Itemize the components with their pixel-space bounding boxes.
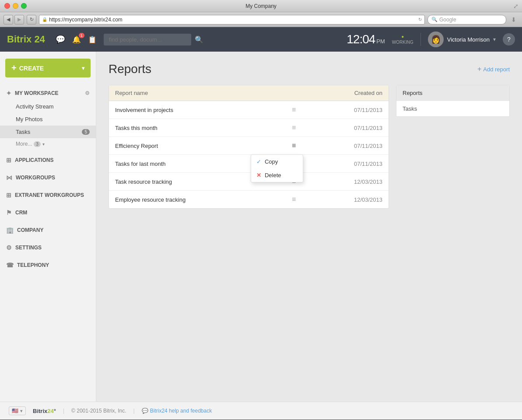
- working-status[interactable]: ● WORKING: [392, 34, 413, 45]
- report-date-cell: 12/03/2013: [301, 191, 389, 209]
- row-menu-icon[interactable]: ≡: [292, 106, 295, 113]
- report-date-cell: 12/03/2013: [301, 173, 389, 191]
- add-report-link[interactable]: + Add report: [477, 65, 510, 73]
- sidebar-item-my-workspace[interactable]: ✦ MY WORKSPACE ⚙: [0, 86, 96, 100]
- right-panel-item[interactable]: Reports: [396, 85, 509, 101]
- user-chevron-icon: ▾: [493, 36, 496, 42]
- sidebar-item-workgroups[interactable]: ⋈ WORKGROUPS: [0, 171, 96, 185]
- footer: 🇺🇸 ▾ Bitrix24° | © 2001-2015 Bitrix, Inc…: [0, 402, 522, 420]
- row-menu-icon[interactable]: ≡: [292, 196, 295, 203]
- more-chevron-icon: ▾: [42, 142, 45, 147]
- notification-badge: 1: [79, 33, 84, 38]
- url-text: https://mycompany.bitrix24.com: [49, 17, 123, 23]
- right-panel: ReportsTasks: [396, 85, 510, 209]
- sidebar-item-settings[interactable]: ⚙ SETTINGS: [0, 241, 96, 255]
- copy-icon: ✓: [256, 158, 261, 165]
- add-report-icon: +: [477, 65, 481, 73]
- copy-menu-item[interactable]: ✓Copy: [251, 155, 303, 168]
- col-created-on: Created on: [301, 85, 389, 101]
- tasks-count-badge: 5: [82, 129, 90, 135]
- refresh-button[interactable]: ↻: [27, 15, 36, 24]
- workspace-gear-icon[interactable]: ⚙: [85, 90, 90, 96]
- table-row[interactable]: Tasks for last month≡07/11/2013: [109, 155, 389, 173]
- page-title: Reports: [109, 62, 151, 76]
- download-icon[interactable]: ⬇: [509, 15, 518, 24]
- forward-button[interactable]: ▶: [14, 15, 24, 24]
- settings-icon: ⚙: [6, 244, 12, 251]
- user-name: Victoria Morrison: [447, 36, 490, 43]
- sidebar-item-activity-stream[interactable]: Activity Stream: [0, 100, 96, 113]
- chat-icon: 💬: [142, 408, 148, 414]
- avatar: 👩: [428, 32, 444, 47]
- create-chevron-icon: ▾: [82, 65, 84, 71]
- report-menu-cell[interactable]: ≡: [286, 101, 301, 119]
- sidebar-item-applications[interactable]: ⊞ APPLICATIONS: [0, 153, 96, 167]
- table-row[interactable]: Involvement in projects≡07/11/2013: [109, 101, 389, 119]
- context-menu: ✓Copy✕Delete: [251, 154, 303, 182]
- user-menu[interactable]: 👩 Victoria Morrison ▾: [428, 32, 496, 47]
- url-bar[interactable]: 🔒 https://mycompany.bitrix24.com ↻: [39, 15, 425, 24]
- create-plus-icon: +: [11, 63, 17, 73]
- table-row[interactable]: Task resource tracking≡12/03/2013: [109, 173, 389, 191]
- table-row[interactable]: Efficiency Report≡✓Copy✕Delete07/11/2013: [109, 137, 389, 155]
- report-name-cell[interactable]: Tasks this month: [109, 119, 286, 137]
- company-icon: 🏢: [6, 227, 14, 234]
- sidebar-item-my-photos[interactable]: My Photos: [0, 113, 96, 126]
- search-input[interactable]: [104, 34, 191, 46]
- minimize-btn[interactable]: [13, 3, 18, 9]
- table-row[interactable]: Employee resource tracking≡12/03/2013: [109, 191, 389, 209]
- clock-period: PM: [376, 38, 385, 45]
- footer-logo: Bitrix24°: [33, 408, 56, 414]
- notifications-icon[interactable]: 🔔 1: [72, 35, 81, 44]
- applications-icon: ⊞: [6, 157, 11, 164]
- table-row[interactable]: Tasks this month≡07/11/2013: [109, 119, 389, 137]
- messages-icon[interactable]: 💬: [56, 35, 65, 44]
- col-report-name: Report name: [109, 85, 286, 101]
- sidebar-item-extranet[interactable]: ⊞ EXTRANET WORKGROUPS: [0, 188, 96, 202]
- tasks-nav-icon[interactable]: 📋: [88, 35, 97, 44]
- reports-table: Report name Created on Involvement in pr…: [109, 85, 389, 208]
- sidebar-item-company[interactable]: 🏢 COMPANY: [0, 223, 96, 237]
- report-name-cell[interactable]: Involvement in projects: [109, 101, 286, 119]
- sidebar-item-tasks[interactable]: Tasks 5: [0, 126, 96, 138]
- report-menu-cell[interactable]: ≡: [286, 119, 301, 137]
- report-date-cell: 07/11/2013: [301, 155, 389, 173]
- search-icon: 🔍: [431, 17, 438, 22]
- report-date-cell: 07/11/2013: [301, 137, 389, 155]
- footer-help-link[interactable]: 💬 Bitrix24 help and feedback: [142, 408, 212, 414]
- help-button[interactable]: ?: [503, 33, 515, 46]
- search-button[interactable]: 🔍: [195, 35, 203, 44]
- maximize-btn[interactable]: [21, 3, 27, 9]
- browser-title: My Company: [245, 3, 277, 9]
- sidebar-item-crm[interactable]: ⚑ CRM: [0, 206, 96, 220]
- row-menu-icon[interactable]: ≡: [292, 142, 295, 149]
- sidebar-more[interactable]: More... 3 ▾: [0, 138, 96, 150]
- refresh-icon: ↻: [418, 17, 422, 22]
- clock-display: 12:04: [347, 32, 375, 46]
- google-search[interactable]: 🔍 Google: [427, 15, 506, 24]
- delete-menu-item[interactable]: ✕Delete: [251, 168, 303, 182]
- sidebar-item-telephony[interactable]: ☎ TELEPHONY: [0, 258, 96, 272]
- delete-icon: ✕: [256, 172, 261, 178]
- star-icon: ✦: [6, 90, 11, 97]
- footer-copyright: © 2001-2015 Bitrix, Inc.: [71, 408, 126, 414]
- crm-icon: ⚑: [6, 209, 12, 216]
- create-button[interactable]: + CREATE ▾: [5, 59, 91, 77]
- language-selector[interactable]: 🇺🇸 ▾: [9, 406, 26, 415]
- report-menu-cell[interactable]: ≡✓Copy✕Delete: [286, 137, 301, 155]
- report-date-cell: 07/11/2013: [301, 101, 389, 119]
- workgroups-icon: ⋈: [6, 174, 12, 181]
- flag-icon: 🇺🇸: [12, 408, 18, 414]
- report-name-cell[interactable]: Employee resource tracking: [109, 191, 286, 209]
- right-panel-item[interactable]: Tasks: [396, 101, 509, 116]
- row-menu-icon[interactable]: ≡: [292, 124, 295, 131]
- report-menu-cell[interactable]: ≡: [286, 191, 301, 209]
- sidebar: + CREATE ▾ ✦ MY WORKSPACE ⚙ Activity Str…: [0, 52, 96, 402]
- back-button[interactable]: ◀: [4, 15, 13, 24]
- report-name-cell[interactable]: Efficiency Report: [109, 137, 286, 155]
- app-logo: Bitrix 24: [7, 34, 45, 45]
- extranet-icon: ⊞: [6, 192, 11, 199]
- more-count-badge: 3: [34, 141, 41, 147]
- close-btn[interactable]: [4, 3, 10, 9]
- report-date-cell: 07/11/2013: [301, 119, 389, 137]
